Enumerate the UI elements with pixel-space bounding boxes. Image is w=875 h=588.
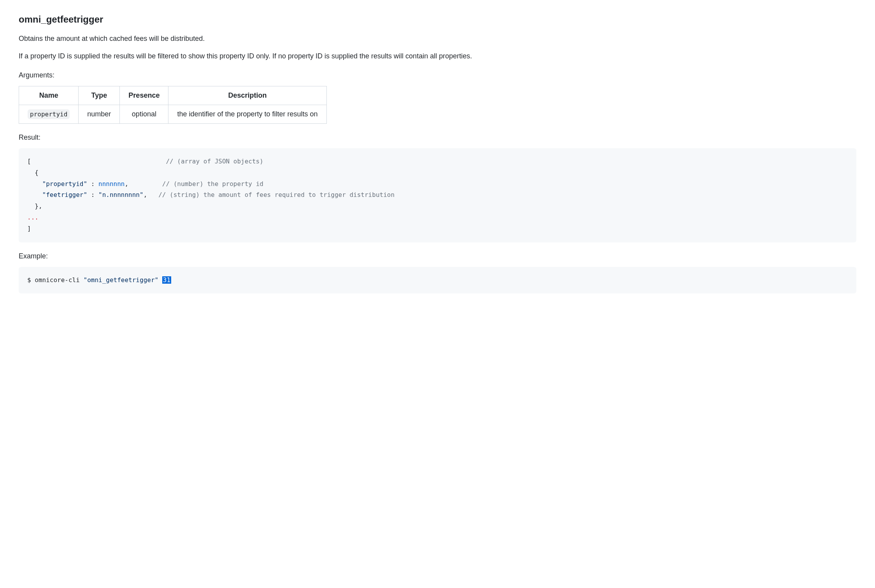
- code-value: nnnnnnn: [98, 180, 124, 188]
- description-paragraph-2: If a property ID is supplied the results…: [19, 51, 856, 61]
- code-ellipsis: ...: [27, 214, 39, 221]
- code-token: :: [87, 180, 98, 188]
- code-command: omnicore-cli: [35, 276, 83, 284]
- code-arg: "omni_getfeetrigger": [84, 276, 159, 284]
- arg-name-cell: propertyid: [19, 105, 79, 124]
- arg-description-cell: the identifier of the property to filter…: [168, 105, 326, 124]
- example-label: Example:: [19, 251, 856, 262]
- col-presence-header: Presence: [120, 86, 168, 105]
- result-label: Result:: [19, 132, 856, 143]
- code-token: },: [27, 202, 42, 210]
- code-comment: // (string) the amount of fees required …: [158, 191, 395, 198]
- code-comment: // (number) the property id: [162, 180, 263, 188]
- arg-presence-cell: optional: [120, 105, 168, 124]
- code-key: "propertyid": [42, 180, 88, 188]
- code-token: {: [27, 169, 39, 176]
- code-token: ]: [27, 225, 31, 232]
- code-arg-highlighted: 31: [162, 276, 171, 284]
- code-token: ,: [124, 180, 128, 188]
- code-space: [158, 276, 162, 284]
- code-value: "n.nnnnnnnn": [98, 191, 144, 198]
- arguments-label: Arguments:: [19, 70, 856, 81]
- result-code-block: [ // (array of JSON objects) { "property…: [19, 148, 856, 242]
- example-code-block: $ omnicore-cli "omni_getfeetrigger" 31: [19, 267, 856, 294]
- code-token: ,: [144, 191, 147, 198]
- table-header-row: Name Type Presence Description: [19, 86, 327, 105]
- code-key: "feetrigger": [42, 191, 88, 198]
- page-title: omni_getfeetrigger: [19, 12, 856, 26]
- code-token: :: [87, 191, 98, 198]
- arg-name-code: propertyid: [28, 109, 70, 119]
- col-name-header: Name: [19, 86, 79, 105]
- table-row: propertyid number optional the identifie…: [19, 105, 327, 124]
- code-token: [: [27, 158, 31, 165]
- code-prompt: $: [27, 276, 35, 284]
- col-type-header: Type: [79, 86, 120, 105]
- code-comment: // (array of JSON objects): [166, 158, 263, 165]
- description-paragraph-1: Obtains the amount at which cached fees …: [19, 33, 856, 44]
- arguments-table: Name Type Presence Description propertyi…: [19, 86, 327, 124]
- arg-type-cell: number: [79, 105, 120, 124]
- col-description-header: Description: [168, 86, 326, 105]
